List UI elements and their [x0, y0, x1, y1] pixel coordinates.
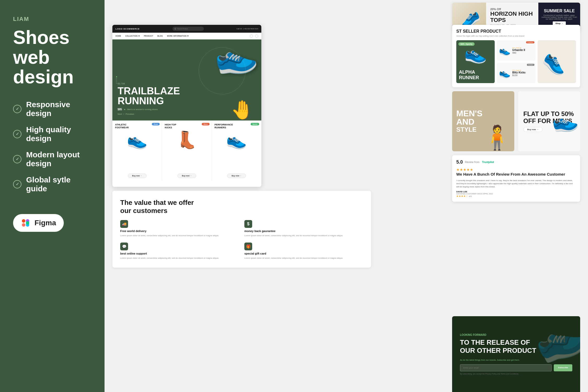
best-seller-title: ST SELLER PRODUCT: [456, 29, 576, 34]
mens-title-line2: AND: [456, 118, 482, 126]
guarantee-icon: $: [244, 220, 252, 228]
hero-slide-dots: [116, 76, 117, 84]
value-feature-support: 💬 best online support Lorem ipsum dolor …: [120, 243, 239, 260]
mockup-navbar: LOGO ECOMMERCE Search Product Call US : …: [112, 25, 261, 33]
value-feature-delivery: 🚚 Free world delivery Lorem ipsum dolor …: [120, 220, 239, 237]
bs-side-name-1: Urbanite II: [512, 49, 533, 51]
chevron-down-icon-2: [187, 36, 189, 37]
slide-dot-4[interactable]: [116, 83, 117, 84]
bs-side-badge-2: Details: [527, 64, 534, 66]
value-feature-title-support: best online support: [120, 252, 239, 255]
best-seller-grid: 👟 $95 • Sporty Alpha Runner 👟 4.5 • Sale…: [456, 40, 576, 83]
newsletter-email-input[interactable]: [460, 364, 552, 371]
buy-btn-performance[interactable]: Buy now →: [227, 174, 246, 178]
value-features-grid: 🚚 Free world delivery Lorem ipsum dolor …: [120, 220, 363, 260]
bs-side-price-1: 980: [512, 51, 533, 54]
bs-side-price-2: $130: [512, 74, 533, 77]
value-feature-desc-delivery: Lorem ipsum dolor sit amet, consectetur …: [120, 234, 239, 237]
flat-buy-button[interactable]: Buy now →: [523, 127, 543, 132]
best-seller-section: ST SELLER PRODUCT rience the hype with o…: [452, 25, 580, 87]
value-feature-title-gift: special gift card: [244, 252, 363, 255]
hero-price-row: $85 Men's or women's running shoes: [118, 108, 180, 111]
review-stars: ★★★★★: [456, 168, 576, 172]
review-text: I currently bought this sneakers and I h…: [456, 179, 576, 188]
mockup-header-icons: [250, 34, 258, 38]
slide-dot-3[interactable]: [116, 80, 117, 82]
feature-text-quality: High quality design: [26, 125, 91, 143]
value-feature-desc-guarantee: Lorem ipsum dolor sit amet, consectetur …: [244, 234, 363, 237]
menu-product[interactable]: PRODUCT: [144, 35, 153, 37]
product-name-performance: PERFORMANCERUNNERS: [215, 123, 233, 129]
check-icon: [13, 105, 21, 113]
hero-title: TRAILBLAZE RUNNING: [118, 86, 180, 106]
trustpilot-label: Trustpilot: [482, 161, 494, 164]
chevron-down-icon: [138, 36, 140, 37]
gift-icon: 🎁: [244, 243, 252, 250]
product-card-athletic: ATHLETICFOOTWEAR Skate 👟 Buy now →: [112, 121, 162, 181]
product-shoe-hightop: 👢: [176, 130, 197, 150]
support-icon: 💬: [120, 243, 128, 250]
buy-btn-athletic[interactable]: Buy now →: [128, 174, 147, 178]
reviewer-name: DAVID LEE: [456, 191, 576, 193]
product-card-performance: PERFORMANCERUNNERS Sporty 👟 Buy now →: [212, 121, 261, 181]
figma-badge[interactable]: Figma: [13, 214, 64, 232]
svg-rect-1: [22, 223, 25, 227]
hero-section: 01 / 04 TRAILBLAZE RUNNING $85 Men's or …: [112, 39, 261, 120]
reviewer-since: SATISFIED CUSTOMER SINCE APRIL 2022: [456, 193, 576, 195]
user-icon[interactable]: [250, 34, 253, 38]
bs-side-name-2: Blitz Kicks: [512, 71, 533, 74]
slide-dot-1[interactable]: [116, 76, 117, 77]
mockup-search[interactable]: Search Product: [172, 27, 204, 31]
brand-label: LIAM: [13, 16, 91, 22]
product-card-hightop: HIGH-TOPKICKS Retro 👢 Buy now →: [162, 121, 212, 181]
newsletter-title: TO THE RELEASE OF OUR OTHER PRODUCT: [460, 338, 572, 355]
delivery-icon: 🚚: [120, 220, 128, 228]
left-panel: LIAM Shoes web design Responsive design …: [0, 0, 105, 392]
mens-title-line1: MEN'S: [456, 109, 482, 118]
feature-item-layout: Modern layout design: [13, 150, 91, 168]
bs-side-shoe-2: 👟: [499, 67, 511, 78]
search-icon-dot: [175, 28, 176, 30]
bs-side-info-2: 4.5 • Sale 12 Blitz Kicks $130: [512, 70, 533, 77]
banner-discount: 20% Off: [490, 8, 534, 11]
menu-blog[interactable]: BLOG: [157, 35, 163, 37]
summer-sale-text: SUMMER SALE: [544, 9, 575, 13]
product-badge-sporty: Sporty: [251, 123, 259, 125]
promo-card-mens: MEN'S AND STYLE 🧍: [452, 91, 514, 151]
search-placeholder: Search Product: [177, 28, 188, 30]
bs-side-info-1: 4.5 • Sale 10 Urbanite II 980: [512, 47, 533, 54]
value-feature-guarantee: $ money back gaurantee Lorem ipsum dolor…: [244, 220, 363, 237]
menu-collection[interactable]: COLLECTION: [125, 35, 140, 37]
hero-description: Men's or women's running shoes: [127, 108, 158, 111]
main-title: Shoes web design: [13, 28, 91, 87]
mens-figure: 🧍: [482, 124, 512, 151]
svg-point-4: [26, 221, 29, 224]
slide-dot-2[interactable]: [116, 78, 117, 79]
bs-side-shoe-1: 👟: [499, 45, 511, 56]
newsletter-submit-button[interactable]: Subscribe: [554, 364, 572, 371]
product-shoe-athletic: 👟: [127, 130, 148, 150]
cart-icon[interactable]: [255, 34, 258, 38]
banner-title: HORIZON HIGH TOPS: [490, 11, 534, 23]
promo-row: MEN'S AND STYLE 🧍 👟 FLAT UP TO 50% OFF F…: [452, 91, 580, 151]
bs-side-product-1: 👟 4.5 • Sale 10 Urbanite II 980 Fashion: [497, 40, 535, 61]
value-feature-desc-support: Lorem ipsum dolor sit amet, consectetur …: [120, 257, 239, 260]
bs-side-badge-1: Fashion: [526, 41, 534, 43]
buy-btn-hightop[interactable]: Buy now →: [177, 174, 196, 178]
hero-nav-sep: /: [123, 113, 124, 115]
newsletter-terms: By subscribing, you accept the Privacy P…: [460, 373, 572, 375]
hero-prev[interactable]: Previews: [126, 113, 134, 115]
review-from-text: Review from: [465, 161, 480, 164]
hero-price: $85: [118, 108, 122, 111]
bs-large-side-product: 👟: [538, 40, 576, 83]
newsletter-form: Subscribe: [460, 364, 572, 371]
value-feature-desc-gift: Lorem ipsum dolor sit amet, consectetur …: [244, 257, 363, 260]
menu-more[interactable]: MORE INFORMATION: [167, 35, 189, 37]
review-rating: 5.0: [456, 159, 463, 165]
feature-text-responsive: Responsive design: [26, 100, 91, 118]
value-feature-title-delivery: Free world delivery: [120, 229, 239, 233]
bs-main-price-badge: $95 • Sporty: [458, 42, 475, 46]
products-row: ATHLETICFOOTWEAR Skate 👟 Buy now → HIGH-…: [112, 120, 261, 181]
hero-next[interactable]: Next: [118, 113, 122, 115]
menu-home[interactable]: HOME: [116, 35, 121, 37]
